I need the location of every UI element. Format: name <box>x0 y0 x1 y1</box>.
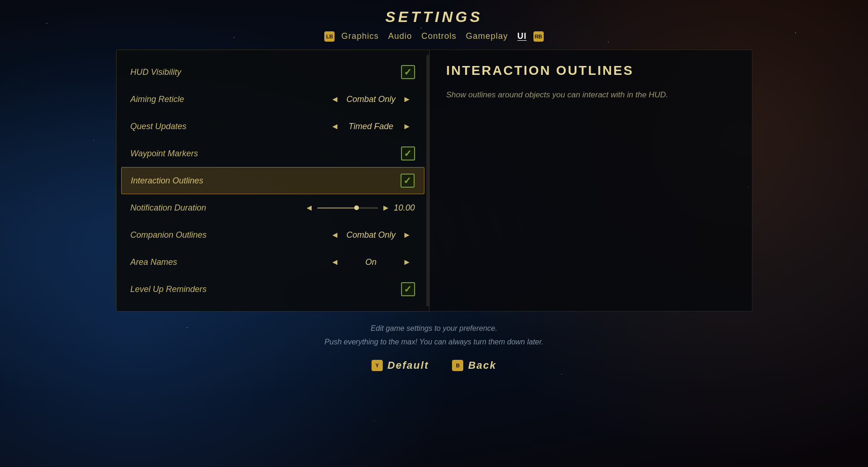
quest-updates-prev[interactable]: ◄ <box>327 122 343 131</box>
tab-controls[interactable]: Controls <box>419 30 460 42</box>
slider-fill <box>317 207 357 209</box>
notification-duration-next[interactable]: ► <box>378 203 394 213</box>
setting-row-aiming-reticle[interactable]: Aiming Reticle ◄ Combat Only ► <box>117 86 429 113</box>
checkbox-level-up-reminders[interactable] <box>401 282 415 296</box>
setting-label-quest-updates: Quest Updates <box>131 122 327 131</box>
slider-thumb[interactable] <box>354 205 359 210</box>
checkbox-hud-visibility[interactable] <box>401 65 415 79</box>
setting-row-interaction-outlines[interactable]: Interaction Outlines <box>121 167 424 194</box>
setting-label-level-up-reminders: Level Up Reminders <box>131 285 401 294</box>
setting-row-companion-outlines[interactable]: Companion Outlines ◄ Combat Only ► <box>117 221 429 248</box>
page-title: SETTINGS <box>324 8 543 26</box>
hint-line1: Edit game settings to your preference. <box>325 322 544 336</box>
default-badge: Y <box>372 360 383 371</box>
setting-label-area-names: Area Names <box>131 257 327 267</box>
setting-label-companion-outlines: Companion Outlines <box>131 230 327 240</box>
back-label: Back <box>468 359 496 372</box>
lb-badge[interactable]: LB <box>324 31 335 42</box>
setting-row-waypoint-markers[interactable]: Waypoint Markers <box>117 140 429 167</box>
setting-label-notification-duration: Notification Duration <box>131 203 301 213</box>
rb-badge[interactable]: RB <box>533 31 544 42</box>
settings-list-panel: HUD Visibility Aiming Reticle ◄ Combat O… <box>116 50 430 312</box>
footer-actions: Y Default B Back <box>372 359 496 372</box>
default-label: Default <box>387 359 429 372</box>
default-button[interactable]: Y Default <box>372 359 429 372</box>
companion-outlines-prev[interactable]: ◄ <box>327 230 343 240</box>
setting-label-aiming-reticle: Aiming Reticle <box>131 95 327 104</box>
settings-panels: HUD Visibility Aiming Reticle ◄ Combat O… <box>116 50 752 312</box>
hint-line2: Push everything to the max! You can alwa… <box>325 336 544 349</box>
setting-row-level-up-reminders[interactable]: Level Up Reminders <box>117 276 429 303</box>
setting-label-hud-visibility: HUD Visibility <box>131 67 401 77</box>
area-names-value: On <box>343 257 399 267</box>
quest-updates-next[interactable]: ► <box>399 122 415 131</box>
detail-title: INTERACTION OUTLINES <box>446 63 735 78</box>
tab-ui[interactable]: UI <box>515 30 530 42</box>
footer-hint: Edit game settings to your preference. P… <box>325 322 544 349</box>
setting-detail-panel: INTERACTION OUTLINES Show outlines aroun… <box>430 50 752 312</box>
notification-duration-slider[interactable] <box>317 207 378 209</box>
aiming-reticle-next[interactable]: ► <box>399 95 415 104</box>
setting-row-hud-visibility[interactable]: HUD Visibility <box>117 58 429 86</box>
setting-row-quest-updates[interactable]: Quest Updates ◄ Timed Fade ► <box>117 113 429 140</box>
notification-duration-prev[interactable]: ◄ <box>301 203 317 213</box>
slider-track <box>317 207 378 209</box>
companion-outlines-next[interactable]: ► <box>399 230 415 240</box>
checkbox-waypoint-markers[interactable] <box>401 146 415 161</box>
notification-duration-value: 10.00 <box>394 203 415 213</box>
tab-gameplay[interactable]: Gameplay <box>463 30 511 42</box>
back-button[interactable]: B Back <box>452 359 496 372</box>
area-names-next[interactable]: ► <box>399 257 415 267</box>
aiming-reticle-value: Combat Only <box>343 95 399 104</box>
tab-graphics[interactable]: Graphics <box>338 30 381 42</box>
checkbox-interaction-outlines[interactable] <box>401 174 415 188</box>
aiming-reticle-prev[interactable]: ◄ <box>327 95 343 104</box>
setting-label-waypoint-markers: Waypoint Markers <box>131 149 401 159</box>
setting-row-notification-duration[interactable]: Notification Duration ◄ ► 10.00 <box>117 194 429 221</box>
tabs-bar: LB Graphics Audio Controls Gameplay UI R… <box>324 30 543 42</box>
back-badge: B <box>452 360 463 371</box>
area-names-prev[interactable]: ◄ <box>327 257 343 267</box>
tab-audio[interactable]: Audio <box>385 30 415 42</box>
setting-row-area-names[interactable]: Area Names ◄ On ► <box>117 248 429 276</box>
settings-header: SETTINGS LB Graphics Audio Controls Game… <box>324 8 543 42</box>
quest-updates-value: Timed Fade <box>343 122 399 131</box>
companion-outlines-value: Combat Only <box>343 230 399 240</box>
setting-label-interaction-outlines: Interaction Outlines <box>131 176 401 186</box>
detail-description: Show outlines around objects you can int… <box>446 88 735 101</box>
